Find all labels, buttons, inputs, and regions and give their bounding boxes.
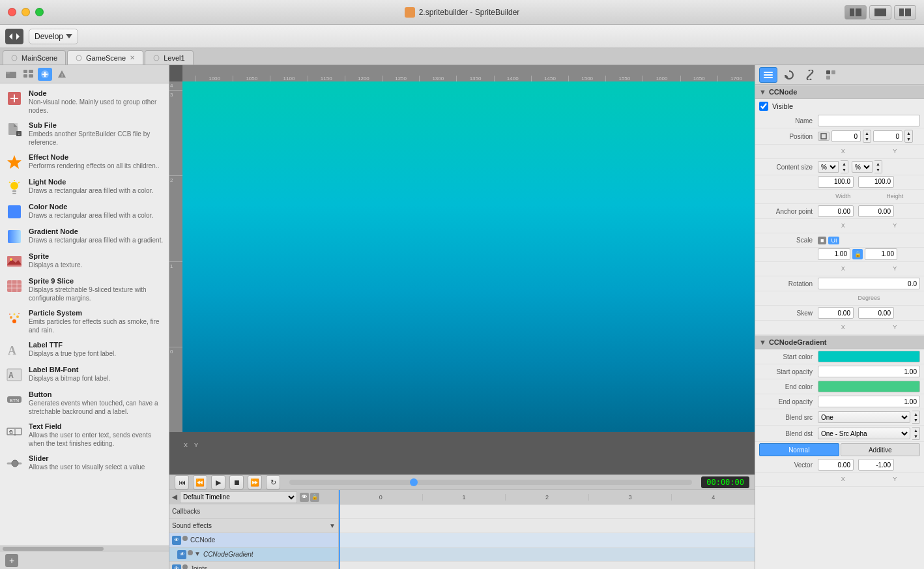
tab-level1[interactable]: Level1 [145, 50, 193, 65]
list-item[interactable]: Node Non-visual node. Mainly used to gro… [0, 86, 169, 118]
add-node-bottom-btn[interactable]: + [5, 554, 18, 567]
blend-normal-btn[interactable]: Normal [759, 443, 839, 456]
scale-type-btn[interactable]: ■ [818, 237, 826, 244]
vector-x-input[interactable] [818, 459, 854, 471]
tl-prev-icon[interactable]: ◀ [172, 493, 177, 501]
add-node-btn[interactable] [38, 68, 52, 81]
tl-joints-eye[interactable]: 👁 [172, 564, 181, 570]
vector-y-input[interactable] [858, 459, 894, 471]
anchor-x-input[interactable] [818, 205, 854, 217]
list-item[interactable]: Slider Allows the user to visually selec… [0, 451, 169, 476]
tl-joints-dot[interactable] [182, 564, 188, 570]
ccnode-collapse-btn[interactable]: ▼ [759, 88, 766, 96]
tl-eye-icon[interactable]: 👁 [300, 493, 309, 502]
tab-mainscene[interactable]: MainScene [3, 50, 66, 65]
list-item[interactable]: A Label TTF Displays a true type font la… [0, 338, 169, 362]
tl-loop-btn[interactable]: ↻ [266, 475, 280, 489]
window-title: 2.spritebuilder - SpriteBuilder [405, 7, 520, 18]
warning-btn[interactable]: ! [55, 68, 69, 81]
list-item[interactable]: BTN Button Generates events when touched… [0, 387, 169, 419]
scale-lock-icon[interactable]: 🔒 [852, 249, 863, 259]
minimize-button[interactable] [22, 8, 30, 16]
tl-timeline-select[interactable]: Default Timeline [180, 491, 297, 503]
start-opacity-input[interactable] [818, 366, 920, 377]
svg-rect-68 [826, 70, 830, 74]
content-size-h-input[interactable] [858, 176, 894, 188]
tl-stop-btn[interactable]: ⏹ [229, 475, 244, 489]
list-item[interactable]: Color Node Draws a rectangular area fill… [0, 199, 169, 224]
blend-dst-select[interactable]: One - Src Alpha [818, 428, 910, 439]
tl-rewind-btn[interactable]: ⏮ [175, 475, 189, 489]
svg-rect-63 [764, 72, 773, 73]
scale-x-input[interactable] [818, 248, 850, 260]
view-btn-2[interactable] [869, 5, 891, 20]
tl-play-btn[interactable]: ▶ [211, 475, 225, 489]
name-input[interactable] [818, 115, 920, 126]
list-item[interactable]: Particle System Emits particles for effe… [0, 306, 169, 338]
tl-thumb[interactable] [410, 478, 418, 486]
list-item[interactable]: Gradient Node Draws a rectangular area f… [0, 224, 169, 249]
content-size-unit-select-2[interactable]: % [852, 161, 873, 173]
skew-y-input[interactable] [858, 307, 894, 319]
tab-close-icon[interactable]: ✕ [130, 54, 135, 61]
tl-progress-bar[interactable] [289, 480, 692, 485]
end-color-swatch[interactable] [818, 381, 920, 392]
blend-src-spinner[interactable]: ▲ ▼ [912, 411, 920, 424]
list-item[interactable]: Sprite Displays a texture. [0, 249, 169, 274]
list-item[interactable]: ↓ Sub File Embeds another SpriteBuilder … [0, 118, 169, 150]
maximize-button[interactable] [35, 8, 44, 16]
tl-gradient-dropdown[interactable]: ▼ [194, 550, 201, 559]
rotation-input[interactable] [818, 278, 920, 289]
tl-joints-row: 👁 Joints [169, 562, 338, 569]
blend-additive-btn[interactable]: Additive [841, 443, 921, 456]
scale-y-input[interactable] [865, 248, 897, 260]
tl-ccnode-eye[interactable]: 👁 [172, 536, 181, 545]
tl-sound-dropdown[interactable]: ▼ [329, 522, 336, 529]
svg-point-62 [12, 460, 18, 467]
blend-src-row: Blend src One ▲ ▼ [755, 409, 924, 426]
blend-dst-spinner[interactable]: ▲ ▼ [912, 427, 920, 440]
list-item[interactable]: A Label BM-Font Displays a bitmap font l… [0, 362, 169, 387]
skew-x-input[interactable] [818, 307, 854, 319]
anchor-y-input[interactable] [858, 205, 894, 217]
content-size-unit-spinner[interactable]: ▲ ▼ [841, 160, 848, 173]
position-type-select[interactable] [818, 132, 830, 141]
visible-checkbox[interactable] [759, 102, 768, 111]
list-item[interactable]: Light Node Draws a rectangular area fill… [0, 175, 169, 199]
start-color-swatch[interactable] [818, 351, 920, 362]
refresh-btn[interactable] [780, 67, 798, 83]
develop-selector[interactable]: Develop [29, 29, 78, 44]
grid-btn[interactable] [21, 68, 35, 81]
template-btn[interactable] [822, 67, 840, 83]
tl-prev-btn[interactable]: ⏪ [193, 475, 207, 489]
position-y-spinner[interactable]: ▲ ▼ [904, 130, 913, 143]
view-btn-3[interactable] [894, 5, 916, 20]
link-btn[interactable] [801, 67, 819, 83]
folder-btn[interactable] [4, 68, 18, 81]
main-canvas[interactable] [182, 81, 755, 432]
tl-ccnode-dot[interactable] [182, 536, 188, 541]
position-spinner[interactable]: ▲ ▼ [863, 130, 871, 143]
tl-gradient-dot[interactable] [188, 550, 193, 555]
props-btn[interactable] [759, 67, 777, 83]
position-x-input[interactable] [831, 130, 861, 142]
position-icon [820, 133, 827, 139]
blend-src-select[interactable]: One [818, 411, 910, 423]
content-size-unit-select[interactable]: % [818, 161, 839, 173]
list-item[interactable]: Effect Node Performs rendering effects o… [0, 150, 169, 175]
tab-gamescene[interactable]: GameScene ✕ [67, 50, 143, 65]
ccnodegradient-collapse-btn[interactable]: ▼ [759, 338, 766, 346]
list-item[interactable]: a| Text Field Allows the user to enter t… [0, 419, 169, 451]
tl-next-btn[interactable]: ⏩ [248, 475, 262, 489]
tl-lock-icon[interactable]: 🔒 [310, 493, 319, 502]
back-forward-button[interactable] [5, 29, 23, 44]
tl-gradient-eye[interactable]: 👁 [177, 550, 186, 559]
list-item[interactable]: Sprite 9 Slice Displays stretchable 9-sl… [0, 274, 169, 306]
content-size-unit-spinner-2[interactable]: ▲ ▼ [874, 160, 882, 173]
end-opacity-input[interactable] [818, 396, 920, 407]
content-size-w-input[interactable] [818, 176, 854, 188]
close-button[interactable] [8, 8, 16, 16]
view-btn-1[interactable] [845, 5, 867, 20]
position-y-input[interactable] [873, 130, 902, 142]
left-scrollbar[interactable] [0, 546, 169, 551]
